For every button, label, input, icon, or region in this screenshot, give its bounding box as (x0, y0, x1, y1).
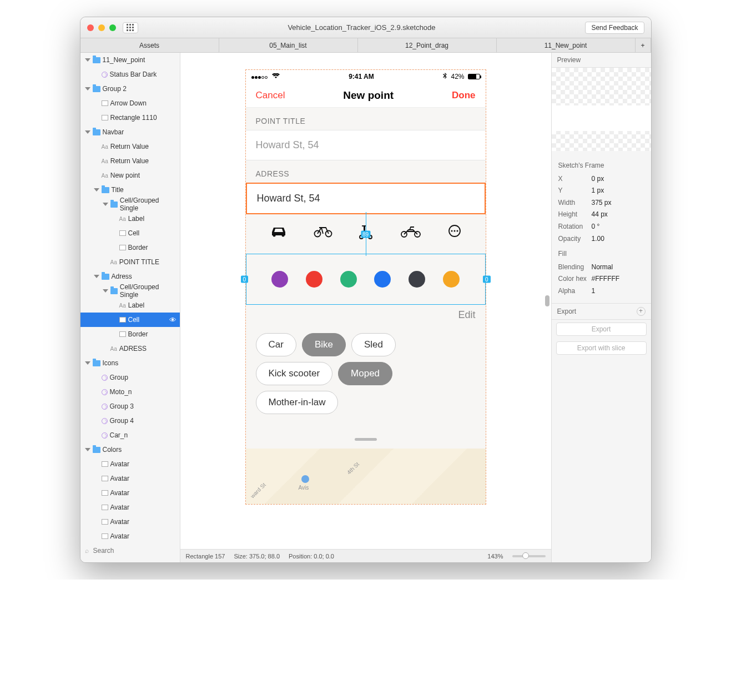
layer-label: Cell/Grouped Single (120, 197, 177, 212)
layer-row[interactable]: AaReturn Value (80, 139, 180, 154)
layer-row[interactable]: Group 4 (80, 414, 180, 428)
more-icon[interactable] (448, 224, 461, 244)
layer-row[interactable]: Arrow Down (80, 96, 180, 110)
layer-row[interactable]: AaLabel (80, 211, 180, 226)
layer-row[interactable]: Avatar (80, 471, 180, 486)
color-swatch[interactable] (374, 271, 391, 288)
prop-value: 0 px (592, 173, 604, 185)
layer-row[interactable]: Car_n (80, 428, 180, 442)
maximize-icon[interactable] (109, 24, 116, 31)
point-title-field[interactable]: Howard St, 54 (246, 130, 486, 160)
disclosure-icon[interactable] (85, 58, 90, 62)
disclosure-icon[interactable] (103, 289, 108, 293)
tab-12-point-drag[interactable]: 12_Point_drag (358, 38, 497, 52)
motorcycle-icon[interactable] (400, 224, 422, 244)
layer-row[interactable]: Avatar (80, 515, 180, 529)
visibility-icon[interactable]: 👁 (169, 316, 177, 324)
tag-moped[interactable]: Moped (338, 362, 392, 385)
export-button[interactable]: Export (556, 323, 647, 336)
layer-row[interactable]: Navbar (80, 125, 180, 139)
done-button[interactable]: Done (452, 90, 476, 101)
layer-row[interactable]: Cell/Grouped Single (80, 284, 180, 298)
folder-icon (93, 57, 100, 63)
selection-handle-left[interactable]: 0 (241, 276, 249, 283)
layer-row[interactable]: Border (80, 240, 180, 255)
layer-row[interactable]: Title (80, 183, 180, 197)
tab-05-main-list[interactable]: 05_Main_list (219, 38, 358, 52)
layer-row[interactable]: AaLabel (80, 298, 180, 313)
zoom-slider[interactable] (512, 555, 546, 557)
sheet-drag-handle[interactable] (246, 422, 486, 449)
prop-value: 1 px (592, 185, 604, 197)
layer-row[interactable]: Rectangle 1110 (80, 110, 180, 125)
layer-row[interactable]: AaNew point (80, 168, 180, 183)
layer-row[interactable]: Group 3 (80, 399, 180, 414)
layer-row[interactable]: Group 2 (80, 82, 180, 96)
selection-handle-right[interactable]: 0 (483, 276, 491, 283)
layer-row[interactable]: 11_New_point (80, 53, 180, 67)
layer-label: Group 4 (110, 417, 134, 425)
color-swatch[interactable] (443, 271, 460, 288)
layer-row[interactable]: Cell👁 (80, 313, 180, 327)
disclosure-icon[interactable] (85, 130, 90, 134)
canvas-scroll[interactable]: 9:41 AM 42% Cancel New point Done (180, 53, 551, 549)
layers-sidebar[interactable]: 11_New_pointStatus Bar DarkGroup 2Arrow … (80, 53, 180, 562)
layer-row[interactable]: Moto_n (80, 385, 180, 399)
disclosure-icon[interactable] (85, 448, 90, 451)
layer-row[interactable]: AaReturn Value (80, 154, 180, 168)
mockup-artboard: 9:41 AM 42% Cancel New point Done (245, 69, 486, 505)
disclosure-icon[interactable] (94, 188, 99, 192)
car-icon[interactable] (270, 224, 288, 244)
layer-label: Border (128, 330, 148, 338)
fill-section-title: Fill (558, 245, 644, 261)
disclosure-icon[interactable] (85, 361, 90, 365)
close-icon[interactable] (87, 24, 94, 31)
disclosure-icon[interactable] (85, 87, 90, 90)
layer-row[interactable]: Avatar (80, 529, 180, 543)
map-view[interactable]: 4th St Avis ward St (246, 449, 486, 504)
color-swatch[interactable] (409, 271, 425, 288)
canvas-scrollbar[interactable] (543, 53, 551, 549)
address-field[interactable]: Howard St, 54 (246, 183, 486, 214)
tab-11-new-point[interactable]: 11_New_point (497, 38, 636, 52)
layer-row[interactable]: AaADRESS (80, 341, 180, 356)
tab-assets[interactable]: Assets (80, 38, 219, 52)
layer-row[interactable]: Adress (80, 269, 180, 284)
layer-row[interactable]: Avatar (80, 457, 180, 471)
layer-row[interactable]: Avatar (80, 486, 180, 500)
layer-row[interactable]: Cell (80, 226, 180, 240)
disclosure-icon[interactable] (94, 275, 99, 278)
cancel-button[interactable]: Cancel (256, 90, 285, 101)
bike-icon[interactable] (314, 224, 332, 244)
layer-row[interactable]: Avatar (80, 500, 180, 515)
layer-row[interactable]: Group (80, 370, 180, 385)
layer-row[interactable]: Cell/Grouped Single (80, 197, 180, 211)
search-input[interactable] (93, 547, 175, 555)
apps-grid-button[interactable] (123, 22, 138, 33)
disclosure-icon[interactable] (103, 203, 108, 206)
tag-bike[interactable]: Bike (302, 333, 346, 356)
layer-row[interactable]: Status Bar Dark (80, 67, 180, 82)
tag-kick-scooter[interactable]: Kick scooter (256, 362, 333, 385)
symbol-icon (102, 418, 108, 424)
status-time: 9:41 AM (280, 73, 443, 80)
edit-link[interactable]: Edit (246, 305, 486, 325)
tag-mother-in-law[interactable]: Mother-in-law (256, 391, 339, 414)
layer-row[interactable]: Border (80, 327, 180, 341)
tag-car[interactable]: Car (256, 333, 296, 356)
layer-row[interactable]: Colors (80, 442, 180, 457)
color-swatch[interactable] (306, 271, 322, 288)
shape-icon (102, 490, 108, 496)
shape-icon (102, 476, 108, 481)
layer-row[interactable]: AaPOINT TITLE (80, 255, 180, 269)
tag-sled[interactable]: Sled (351, 333, 396, 356)
send-feedback-button[interactable]: Send Feedback (585, 22, 644, 34)
color-swatch[interactable] (271, 271, 288, 288)
color-swatch[interactable] (340, 271, 357, 288)
folder-icon (110, 202, 118, 208)
add-tab-button[interactable]: + (636, 38, 651, 52)
minimize-icon[interactable] (98, 24, 105, 31)
export-with-slice-button[interactable]: Export with slice (556, 341, 647, 355)
add-export-button[interactable]: + (637, 307, 646, 316)
layer-row[interactable]: Icons (80, 356, 180, 370)
